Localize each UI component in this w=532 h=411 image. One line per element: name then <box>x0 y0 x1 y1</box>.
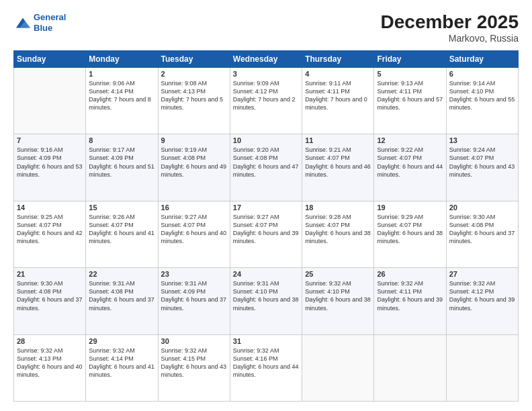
day-number: 5 <box>377 70 443 78</box>
table-row: 21 Sunrise: 9:30 AM Sunset: 4:08 PM Dayl… <box>14 268 86 334</box>
day-number: 15 <box>89 203 154 212</box>
cell-info: Sunrise: 9:27 AM Sunset: 4:07 PM Dayligh… <box>161 213 227 246</box>
day-number: 14 <box>17 203 83 212</box>
calendar-week-row: 1 Sunrise: 9:06 AM Sunset: 4:14 PM Dayli… <box>14 67 519 134</box>
table-row: 5 Sunrise: 9:13 AM Sunset: 4:11 PM Dayli… <box>374 67 446 134</box>
table-row: 10 Sunrise: 9:20 AM Sunset: 4:08 PM Dayl… <box>230 134 302 201</box>
cell-info: Sunrise: 9:24 AM Sunset: 4:07 PM Dayligh… <box>449 146 515 179</box>
table-row: 23 Sunrise: 9:31 AM Sunset: 4:09 PM Dayl… <box>158 268 230 334</box>
table-row <box>446 334 518 401</box>
cell-info: Sunrise: 9:30 AM Sunset: 4:08 PM Dayligh… <box>449 213 515 246</box>
table-row: 30 Sunrise: 9:32 AM Sunset: 4:15 PM Dayl… <box>158 334 230 401</box>
page: General Blue December 2025 Markovo, Russ… <box>0 0 532 411</box>
day-number: 26 <box>377 270 443 278</box>
cell-info: Sunrise: 9:32 AM Sunset: 4:12 PM Dayligh… <box>449 279 515 312</box>
page-subtitle: Markovo, Russia <box>381 33 519 44</box>
table-row: 26 Sunrise: 9:32 AM Sunset: 4:11 PM Dayl… <box>374 268 446 334</box>
calendar-week-row: 21 Sunrise: 9:30 AM Sunset: 4:08 PM Dayl… <box>14 268 519 334</box>
day-number: 24 <box>233 270 299 278</box>
cell-info: Sunrise: 9:08 AM Sunset: 4:13 PM Dayligh… <box>161 79 227 112</box>
table-row <box>14 67 86 134</box>
day-number: 7 <box>17 136 83 144</box>
table-row: 25 Sunrise: 9:32 AM Sunset: 4:10 PM Dayl… <box>302 268 374 334</box>
col-monday: Monday <box>86 50 158 67</box>
table-row: 20 Sunrise: 9:30 AM Sunset: 4:08 PM Dayl… <box>446 201 518 267</box>
calendar-week-row: 28 Sunrise: 9:32 AM Sunset: 4:13 PM Dayl… <box>14 334 519 401</box>
day-number: 29 <box>89 337 154 345</box>
col-wednesday: Wednesday <box>230 50 302 67</box>
calendar-week-row: 14 Sunrise: 9:25 AM Sunset: 4:07 PM Dayl… <box>14 201 519 267</box>
day-number: 30 <box>161 337 227 345</box>
table-row: 27 Sunrise: 9:32 AM Sunset: 4:12 PM Dayl… <box>446 268 518 334</box>
table-row <box>302 334 374 401</box>
cell-info: Sunrise: 9:11 AM Sunset: 4:11 PM Dayligh… <box>305 79 371 112</box>
day-number: 19 <box>377 203 443 212</box>
table-row: 11 Sunrise: 9:21 AM Sunset: 4:07 PM Dayl… <box>302 134 374 201</box>
table-row: 9 Sunrise: 9:19 AM Sunset: 4:08 PM Dayli… <box>158 134 230 201</box>
cell-info: Sunrise: 9:09 AM Sunset: 4:12 PM Dayligh… <box>233 79 299 112</box>
cell-info: Sunrise: 9:32 AM Sunset: 4:11 PM Dayligh… <box>377 279 443 312</box>
day-number: 21 <box>17 270 83 278</box>
day-number: 11 <box>305 136 371 144</box>
day-number: 31 <box>233 337 299 345</box>
table-row: 22 Sunrise: 9:31 AM Sunset: 4:08 PM Dayl… <box>86 268 158 334</box>
table-row: 16 Sunrise: 9:27 AM Sunset: 4:07 PM Dayl… <box>158 201 230 267</box>
cell-info: Sunrise: 9:30 AM Sunset: 4:08 PM Dayligh… <box>17 279 83 312</box>
title-block: December 2025 Markovo, Russia <box>381 12 519 44</box>
table-row: 8 Sunrise: 9:17 AM Sunset: 4:09 PM Dayli… <box>86 134 158 201</box>
day-number: 17 <box>233 203 299 212</box>
day-number: 1 <box>89 70 154 78</box>
cell-info: Sunrise: 9:26 AM Sunset: 4:07 PM Dayligh… <box>89 213 154 246</box>
cell-info: Sunrise: 9:31 AM Sunset: 4:08 PM Dayligh… <box>89 279 154 312</box>
cell-info: Sunrise: 9:29 AM Sunset: 4:07 PM Dayligh… <box>377 213 443 246</box>
table-row: 6 Sunrise: 9:14 AM Sunset: 4:10 PM Dayli… <box>446 67 518 134</box>
table-row: 29 Sunrise: 9:32 AM Sunset: 4:14 PM Dayl… <box>86 334 158 401</box>
table-row: 24 Sunrise: 9:31 AM Sunset: 4:10 PM Dayl… <box>230 268 302 334</box>
cell-info: Sunrise: 9:13 AM Sunset: 4:11 PM Dayligh… <box>377 79 443 112</box>
cell-info: Sunrise: 9:32 AM Sunset: 4:16 PM Dayligh… <box>233 347 299 379</box>
table-row: 18 Sunrise: 9:28 AM Sunset: 4:07 PM Dayl… <box>302 201 374 267</box>
col-sunday: Sunday <box>14 50 86 67</box>
cell-info: Sunrise: 9:14 AM Sunset: 4:10 PM Dayligh… <box>449 79 515 112</box>
cell-info: Sunrise: 9:25 AM Sunset: 4:07 PM Dayligh… <box>17 213 83 246</box>
cell-info: Sunrise: 9:16 AM Sunset: 4:09 PM Dayligh… <box>17 146 83 179</box>
page-title: December 2025 <box>381 12 519 33</box>
table-row: 17 Sunrise: 9:27 AM Sunset: 4:07 PM Dayl… <box>230 201 302 267</box>
table-row: 3 Sunrise: 9:09 AM Sunset: 4:12 PM Dayli… <box>230 67 302 134</box>
day-number: 6 <box>449 70 515 78</box>
cell-info: Sunrise: 9:17 AM Sunset: 4:09 PM Dayligh… <box>89 146 154 179</box>
cell-info: Sunrise: 9:19 AM Sunset: 4:08 PM Dayligh… <box>161 146 227 179</box>
col-tuesday: Tuesday <box>158 50 230 67</box>
cell-info: Sunrise: 9:06 AM Sunset: 4:14 PM Dayligh… <box>89 79 154 112</box>
col-thursday: Thursday <box>302 50 374 67</box>
cell-info: Sunrise: 9:32 AM Sunset: 4:10 PM Dayligh… <box>305 279 371 312</box>
cell-info: Sunrise: 9:28 AM Sunset: 4:07 PM Dayligh… <box>305 213 371 246</box>
logo-icon <box>13 15 32 30</box>
day-number: 27 <box>449 270 515 278</box>
day-number: 13 <box>449 136 515 144</box>
day-number: 10 <box>233 136 299 144</box>
cell-info: Sunrise: 9:32 AM Sunset: 4:15 PM Dayligh… <box>161 347 227 379</box>
cell-info: Sunrise: 9:22 AM Sunset: 4:07 PM Dayligh… <box>377 146 443 179</box>
day-number: 8 <box>89 136 154 144</box>
calendar-week-row: 7 Sunrise: 9:16 AM Sunset: 4:09 PM Dayli… <box>14 134 519 201</box>
logo-text: General Blue <box>34 12 66 33</box>
table-row: 13 Sunrise: 9:24 AM Sunset: 4:07 PM Dayl… <box>446 134 518 201</box>
calendar-table: Sunday Monday Tuesday Wednesday Thursday… <box>13 50 519 402</box>
table-row: 7 Sunrise: 9:16 AM Sunset: 4:09 PM Dayli… <box>14 134 86 201</box>
table-row: 4 Sunrise: 9:11 AM Sunset: 4:11 PM Dayli… <box>302 67 374 134</box>
cell-info: Sunrise: 9:32 AM Sunset: 4:14 PM Dayligh… <box>89 347 154 379</box>
col-friday: Friday <box>374 50 446 67</box>
cell-info: Sunrise: 9:31 AM Sunset: 4:09 PM Dayligh… <box>161 279 227 312</box>
day-number: 12 <box>377 136 443 144</box>
cell-info: Sunrise: 9:31 AM Sunset: 4:10 PM Dayligh… <box>233 279 299 312</box>
col-saturday: Saturday <box>446 50 518 67</box>
table-row: 28 Sunrise: 9:32 AM Sunset: 4:13 PM Dayl… <box>14 334 86 401</box>
header: General Blue December 2025 Markovo, Russ… <box>13 12 519 44</box>
day-number: 25 <box>305 270 371 278</box>
day-number: 20 <box>449 203 515 212</box>
day-number: 22 <box>89 270 154 278</box>
day-number: 28 <box>17 337 83 345</box>
day-number: 4 <box>305 70 371 78</box>
day-number: 23 <box>161 270 227 278</box>
